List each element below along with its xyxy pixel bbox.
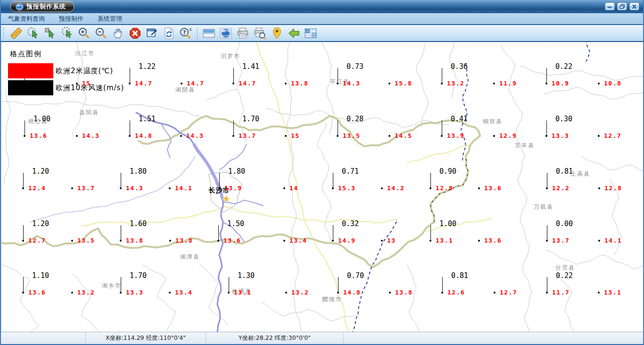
grid-point-dot	[71, 240, 73, 242]
wind-barb	[338, 277, 339, 293]
toolbar-select-by-polygon[interactable]	[60, 26, 74, 40]
grid-point-dot	[493, 135, 495, 137]
status-x-coordinate: X坐标:114.29 经度:110°0'4"	[86, 332, 206, 344]
stop-icon	[129, 27, 141, 40]
toolbar-back[interactable]	[287, 26, 301, 40]
wind-speed-value: 1.10	[32, 271, 49, 280]
toolbar-select-by-circle[interactable]	[26, 26, 40, 40]
wind-speed-value: 1.70	[130, 271, 147, 280]
wind-speed-value: 0.28	[347, 115, 363, 123]
status-y-coordinate: Y坐标:28.22 纬度:30°0'0"	[206, 332, 344, 344]
status-cell-spacer	[344, 332, 643, 344]
wind-barb	[219, 173, 220, 188]
legend-title: 格点图例	[10, 50, 124, 59]
city-star-icon: ★	[223, 194, 230, 203]
wind-barb	[547, 225, 547, 241]
temperature-value: 13.9	[224, 185, 242, 192]
wind-speed-value: 1.80	[228, 167, 245, 176]
toolbar-refresh[interactable]	[162, 26, 176, 40]
refresh-icon	[163, 27, 175, 40]
temperature-value: 12.7	[28, 237, 46, 244]
temperature-swatch	[8, 63, 53, 78]
temperature-value: 15.3	[338, 185, 355, 192]
grid-point-dot	[181, 83, 182, 84]
close-button[interactable]	[629, 2, 639, 10]
toolbar-full-extent[interactable]	[145, 26, 159, 40]
county-boundary	[4, 90, 10, 184]
identify-icon: ? ±	[179, 27, 193, 40]
wind-speed-value: 1.41	[242, 62, 259, 71]
temperature-value: 13.2	[447, 80, 464, 87]
temperature-value: 14.7	[187, 80, 204, 87]
stream-dashes-black	[585, 42, 590, 63]
wind-speed-value: 1.00	[439, 219, 456, 228]
toolbar-identify[interactable]: ? ±	[179, 26, 193, 40]
menu-item-system-management[interactable]: 系统管理	[91, 15, 129, 23]
city-label: 上高县	[570, 170, 590, 178]
wind-barb	[338, 68, 338, 84]
grid-point-dot	[71, 292, 73, 294]
wind-barb	[130, 68, 130, 84]
minimize-button[interactable]	[605, 2, 615, 10]
grid-point-dot	[283, 187, 285, 189]
temperature-value: 13.3	[552, 132, 569, 139]
county-boundary	[143, 264, 176, 330]
toolbar-print[interactable]	[236, 26, 250, 40]
grid-point-dot	[169, 187, 171, 189]
toolbar-pan[interactable]	[111, 26, 125, 40]
temperature-value: 12.7	[604, 132, 621, 139]
wind-barb	[333, 173, 333, 188]
wind-speed-value: 1.30	[238, 271, 255, 280]
temperature-value: 15	[291, 132, 300, 139]
menu-item-forecast-production[interactable]: 预报制作	[52, 15, 91, 23]
restore-button[interactable]	[617, 2, 627, 10]
zoom-out-icon	[95, 27, 107, 40]
print-preview-icon	[253, 27, 266, 40]
toolbar-zoom-in[interactable]	[77, 26, 91, 40]
toolbar-print-preview[interactable]	[253, 26, 267, 40]
temperature-value: 13.7	[77, 185, 95, 192]
toolbar-grid-layer[interactable]	[304, 26, 318, 40]
minimize-icon	[607, 4, 612, 8]
temperature-value: 13.8	[291, 80, 308, 87]
temperature-value: 13.8	[126, 237, 143, 244]
toolbar-select-by-rectangle[interactable]	[43, 26, 57, 40]
grid-point-dot	[285, 135, 287, 137]
temperature-value: 14.9	[338, 237, 355, 244]
wind-barb	[442, 120, 442, 136]
wind-barb	[233, 120, 234, 136]
county-boundary	[449, 42, 456, 99]
temperature-value: 12.9	[499, 132, 517, 139]
toolbar-stop[interactable]	[128, 26, 142, 40]
map-canvas[interactable]: 格点图例 欧洲2米温度(℃) 欧洲10米风速(m/s) 沅江市汨罗市平江县湘阴县…	[1, 42, 643, 332]
toolbar-basemap-globe[interactable]	[219, 26, 233, 40]
menu-item-weather-data-query[interactable]: 气象资料查询	[1, 15, 52, 23]
full-extent-icon	[146, 27, 158, 40]
grid-point-dot	[285, 292, 287, 294]
temperature-value: 13.1	[436, 237, 453, 244]
wind-label: 欧洲10米风速(m/s)	[56, 84, 124, 93]
wind-speed-value: 0.32	[342, 219, 359, 228]
temperature-value: 14.3	[186, 132, 204, 139]
road-line	[82, 207, 223, 226]
select-by-polygon-icon	[61, 27, 74, 40]
wind-barb	[218, 225, 219, 241]
temperature-value: 14.8	[343, 289, 361, 296]
toolbar-locate-pin[interactable]	[270, 26, 284, 40]
county-boundary	[520, 66, 643, 80]
grid-point-dot	[285, 83, 287, 84]
select-by-rectangle-icon	[44, 27, 57, 40]
city-label: 宜丰县	[515, 142, 535, 150]
wind-speed-value: 0.81	[451, 271, 468, 280]
wind-barb	[23, 173, 24, 188]
toolbar-zoom-out[interactable]	[94, 26, 108, 40]
wind-speed-value: 1.80	[130, 167, 147, 176]
toolbar-image-export[interactable]	[202, 26, 216, 40]
close-icon	[632, 4, 637, 9]
wind-speed-value: 1.20	[32, 219, 49, 228]
temperature-value: 13.4	[175, 289, 192, 296]
legend-item-temperature: 欧洲2米温度(℃)	[8, 63, 124, 78]
toolbar-measure-ruler[interactable]	[9, 26, 23, 40]
grid-point-dot	[478, 187, 480, 189]
temperature-value: 14.7	[135, 80, 152, 87]
